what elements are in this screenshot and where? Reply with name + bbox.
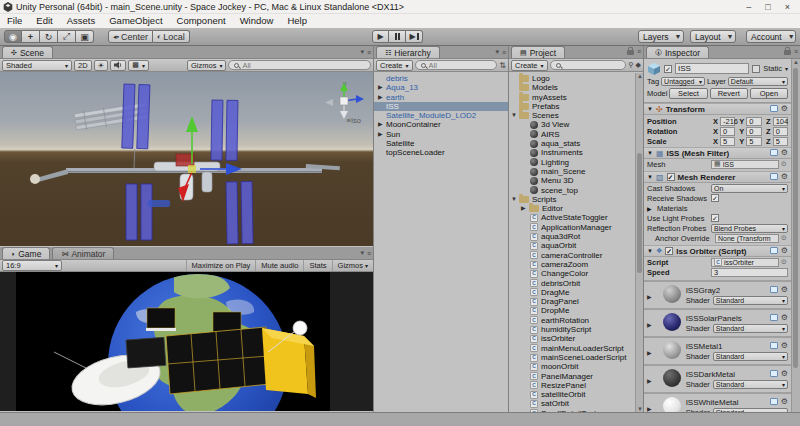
menu-gameobject[interactable]: GameObject bbox=[102, 14, 169, 28]
project-item[interactable]: ChumidityScript bbox=[509, 325, 635, 334]
panel-menu-icon[interactable]: ≡ bbox=[502, 49, 506, 56]
account-dropdown[interactable]: Account▼ bbox=[746, 30, 796, 43]
move-tool-button[interactable]: + bbox=[22, 30, 40, 43]
rect-tool-button[interactable]: ▣ bbox=[76, 30, 94, 43]
foldout-arrow[interactable]: ▼ bbox=[647, 248, 653, 254]
project-item[interactable]: CDropMe bbox=[509, 306, 635, 315]
hierarchy-item[interactable]: Satellite_ModuleD_LOD2 bbox=[374, 111, 508, 120]
model-select-button[interactable]: Select bbox=[669, 88, 707, 99]
minimize-button[interactable]: – bbox=[746, 2, 751, 12]
project-item[interactable]: Prefabs bbox=[509, 102, 635, 111]
panel-menu-icon[interactable]: ≡ bbox=[637, 48, 641, 55]
inspector-scrollbar[interactable]: ▲ bbox=[791, 59, 800, 425]
gear-icon[interactable]: ⚙ bbox=[781, 173, 788, 181]
menu-window[interactable]: Window bbox=[233, 14, 281, 28]
project-item[interactable]: Logo bbox=[509, 74, 635, 83]
project-search-input[interactable] bbox=[550, 60, 627, 70]
gear-icon[interactable]: ⚙ bbox=[781, 247, 788, 255]
iss-orbiter-header[interactable]: ▼ ❖ ✓ Iss Orbiter (Script) ⚙ bbox=[644, 245, 791, 257]
project-item[interactable]: 3d View bbox=[509, 120, 635, 129]
foldout-arrow[interactable]: ▶ bbox=[647, 405, 652, 412]
position-z-field[interactable]: 104 bbox=[773, 117, 788, 126]
foldout-arrow[interactable]: ▶ bbox=[647, 377, 652, 384]
view-tool-button[interactable]: ◉ bbox=[4, 30, 22, 43]
foldout-arrow[interactable]: ▼ bbox=[647, 106, 653, 112]
lock-icon[interactable] bbox=[627, 50, 634, 55]
foldout-arrow[interactable]: ▼ bbox=[647, 174, 653, 180]
project-item[interactable]: CmoonOrbit bbox=[509, 362, 635, 371]
scale-tool-button[interactable]: ⤢ bbox=[58, 30, 76, 43]
scale-x-field[interactable]: 5 bbox=[720, 137, 735, 146]
active-checkbox[interactable]: ✓ bbox=[664, 65, 672, 73]
static-checkbox[interactable] bbox=[752, 65, 760, 73]
cast-shadows-dropdown[interactable]: On▾ bbox=[711, 184, 788, 193]
project-item[interactable]: ▼Scripts bbox=[509, 195, 635, 204]
position-x-field[interactable]: -216 bbox=[720, 117, 735, 126]
docs-icon[interactable] bbox=[770, 247, 778, 254]
pivot-local-button[interactable]: ◐Local bbox=[153, 30, 190, 43]
foldout-arrow[interactable]: ▶ bbox=[378, 83, 386, 92]
project-item[interactable]: myAssets bbox=[509, 93, 635, 102]
panel-menu-icon[interactable]: ≡ bbox=[367, 250, 371, 257]
hierarchy-item[interactable]: topSceneLoader bbox=[374, 148, 508, 157]
project-item[interactable]: CDragMe bbox=[509, 288, 635, 297]
docs-icon[interactable] bbox=[770, 286, 778, 293]
effects-dropdown[interactable]: ▩▾ bbox=[128, 60, 149, 71]
model-revert-button[interactable]: Revert bbox=[710, 88, 748, 99]
project-item[interactable]: CmainSceneLoaderScript bbox=[509, 353, 635, 362]
foldout-arrow[interactable]: ▶ bbox=[647, 293, 652, 300]
rotation-y-field[interactable]: 0 bbox=[746, 127, 761, 136]
menu-edit[interactable]: Edit bbox=[29, 14, 59, 28]
hierarchy-item[interactable]: ▶Sun bbox=[374, 130, 508, 139]
pivot-center-button[interactable]: ◂▪Center bbox=[108, 30, 153, 43]
hierarchy-item[interactable]: ▶MoonContainer bbox=[374, 120, 508, 129]
layer-dropdown[interactable]: Default▾ bbox=[728, 77, 788, 86]
project-item[interactable]: Lighting bbox=[509, 158, 635, 167]
component-enabled-checkbox[interactable]: ✓ bbox=[667, 173, 675, 181]
game-button-gizmos[interactable]: Gizmos▾ bbox=[332, 260, 373, 271]
project-item[interactable]: scene_top bbox=[509, 186, 635, 195]
docs-icon[interactable] bbox=[770, 173, 778, 180]
tab-hierarchy[interactable]: ☷Hierarchy bbox=[376, 46, 440, 58]
project-item[interactable]: CResizePanel bbox=[509, 381, 635, 390]
search-by-type-icon[interactable]: ⚲ bbox=[628, 61, 633, 69]
hierarchy-item[interactable]: ▶earth bbox=[374, 93, 508, 102]
foldout-arrow[interactable]: ▶ bbox=[378, 93, 386, 102]
foldout-arrow[interactable]: ▼ bbox=[511, 111, 519, 120]
foldout-arrow[interactable]: ▶ bbox=[647, 349, 652, 356]
component-enabled-checkbox[interactable]: ✓ bbox=[665, 247, 673, 255]
anchor-override-field[interactable]: None (Transform bbox=[715, 234, 779, 243]
project-item[interactable]: CDragPanel bbox=[509, 297, 635, 306]
docs-icon[interactable] bbox=[770, 398, 778, 405]
project-item[interactable]: CearthRotation bbox=[509, 316, 635, 325]
audio-toggle[interactable] bbox=[110, 60, 126, 71]
project-item[interactable]: CcameraController bbox=[509, 251, 635, 260]
foldout-arrow[interactable]: ▼ bbox=[647, 150, 653, 156]
game-button-maximize-on-play[interactable]: Maximize on Play bbox=[186, 260, 256, 271]
project-item[interactable]: AIRS bbox=[509, 130, 635, 139]
foldout-arrow[interactable]: ▶ bbox=[521, 204, 529, 213]
tab-scene[interactable]: ✣Scene bbox=[2, 46, 53, 58]
shader-dropdown[interactable]: Standard▾ bbox=[713, 324, 788, 333]
rotation-x-field[interactable]: 0 bbox=[720, 127, 735, 136]
lighting-toggle[interactable]: ☀ bbox=[94, 60, 109, 71]
project-item[interactable]: main_Scene bbox=[509, 167, 635, 176]
gear-icon[interactable]: ⚙ bbox=[781, 370, 788, 378]
docs-icon[interactable] bbox=[770, 370, 778, 377]
scale-y-field[interactable]: 5 bbox=[746, 137, 761, 146]
sort-icon[interactable]: ⇅ bbox=[499, 61, 506, 70]
draw-mode-dropdown[interactable]: Shaded▾ bbox=[2, 60, 72, 71]
project-item[interactable]: CaquaOrbit bbox=[509, 241, 635, 250]
gizmos-dropdown[interactable]: Gizmos▾ bbox=[187, 60, 226, 71]
panel-menu-icon[interactable]: ≡ bbox=[367, 49, 371, 56]
menu-help[interactable]: Help bbox=[280, 14, 314, 28]
play-button[interactable]: ▶ bbox=[372, 30, 389, 43]
tag-dropdown[interactable]: Untagged▾ bbox=[661, 77, 705, 86]
layers-dropdown[interactable]: Layers▼ bbox=[638, 30, 684, 43]
project-item[interactable]: aqua_stats bbox=[509, 139, 635, 148]
project-item[interactable]: CdebrisOrbit bbox=[509, 279, 635, 288]
project-item[interactable]: Models bbox=[509, 83, 635, 92]
project-item[interactable]: Caqua3dRot bbox=[509, 232, 635, 241]
gear-icon[interactable]: ⚙ bbox=[781, 105, 788, 113]
hierarchy-item[interactable]: Satellite bbox=[374, 139, 508, 148]
